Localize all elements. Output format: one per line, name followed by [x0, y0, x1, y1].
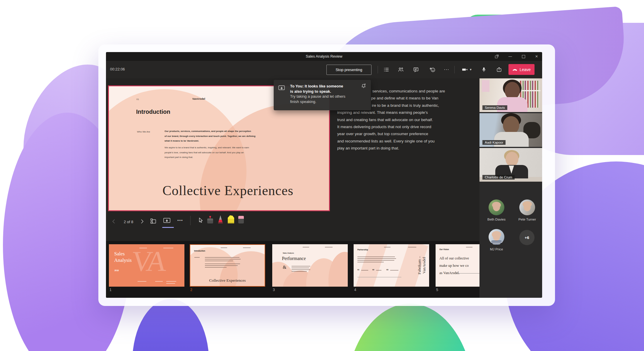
- camera-icon[interactable]: ▼: [459, 64, 475, 75]
- notes-line: year over year growth, but top consumer …: [337, 130, 478, 137]
- background-blob-green-bottom: [345, 304, 474, 351]
- thumbnail-title: Performance: [282, 256, 306, 261]
- pointer-tool-icon[interactable]: [197, 217, 204, 224]
- avatar[interactable]: [489, 229, 504, 245]
- notes-line: trust and creating fans that will advoca…: [337, 116, 478, 123]
- reactions-icon[interactable]: [427, 64, 438, 75]
- toolbar-divider: [454, 66, 455, 73]
- thumbnail-heading: Our Vision: [439, 248, 449, 250]
- laser-pointer-tool-icon[interactable]: [207, 216, 213, 223]
- toast-body: Try taking a pause and let others: [290, 94, 363, 99]
- toast-title: is also trying to speak.: [290, 89, 363, 94]
- avatar[interactable]: [519, 199, 535, 215]
- thumbnail-divider: [357, 277, 401, 277]
- slide-brand: VanArsdel: [192, 97, 205, 100]
- thumbnail-step: 01: [357, 269, 359, 271]
- slide-index-label: 01: [136, 98, 139, 101]
- thumbnail-title: Collective Experiences: [190, 278, 265, 283]
- toolbar-divider: [378, 66, 378, 73]
- slide-thumbnail-1[interactable]: VA Sales Analysis 2018: [109, 244, 184, 287]
- teams-meeting-window: Sales Analysis Review — ✕ 00:22:06 Stop …: [106, 52, 542, 298]
- close-icon[interactable]: ✕: [532, 52, 542, 61]
- hangup-icon: [512, 68, 518, 71]
- slide-side-label: Who We Are: [137, 130, 150, 133]
- slide-heading: Introduction: [136, 109, 170, 115]
- camera-dropdown-icon[interactable]: ▼: [470, 68, 472, 71]
- thumbnail-header: Sales Analysis: [283, 252, 294, 254]
- notes-line: play an important part in doing that.: [337, 145, 478, 152]
- notes-line: and recommended lists as well. Every sin…: [337, 138, 478, 145]
- participant-name: Aadi Kapoor: [482, 140, 506, 145]
- grid-view-icon[interactable]: [150, 218, 157, 225]
- popout-icon[interactable]: [492, 52, 502, 61]
- thumbnail-year: 2018: [114, 269, 119, 271]
- presenter-screen-icon: [278, 85, 286, 92]
- minimize-icon[interactable]: —: [505, 52, 515, 61]
- share-screen-icon[interactable]: [494, 64, 504, 75]
- slide-paragraph: We aspire to be a brand that is authenti…: [165, 145, 287, 160]
- thumbnail-number: 3: [273, 288, 275, 292]
- thumbnail-step: 02: [372, 269, 374, 271]
- thumbnail-number-selected: 2: [190, 288, 192, 292]
- meeting-toolbar: 00:22:06 Stop presenting: [106, 61, 542, 78]
- toast-text: To You: It looks like someone is also tr…: [290, 84, 363, 104]
- overflow-participants-badge[interactable]: +6: [519, 230, 535, 245]
- stop-presenting-button[interactable]: Stop presenting: [326, 65, 371, 75]
- thumbnail-heading: Partnership: [357, 249, 368, 251]
- avatar[interactable]: [489, 199, 504, 215]
- background-blob-indigo-bottom: [132, 299, 209, 351]
- toast-body: finish speaking.: [290, 99, 363, 104]
- leave-label: Leave: [520, 67, 531, 72]
- toast-title: To You: It looks like someone: [290, 84, 363, 89]
- participant-name: Beth Davies: [481, 218, 512, 221]
- previous-slide-button[interactable]: [111, 218, 117, 225]
- speaking-notification-toast: To You: It looks like someone is also tr…: [274, 80, 371, 110]
- participant-video[interactable]: Serena Davis: [479, 78, 542, 112]
- thumbnail-number: 4: [354, 288, 356, 292]
- meeting-timer: 00:22:06: [110, 67, 125, 71]
- nav-divider: [190, 216, 191, 225]
- slide-thumbnail-3[interactable]: Sales Analysis Performance &: [272, 244, 348, 287]
- leave-button[interactable]: Leave: [508, 64, 535, 75]
- slide-thumbnail-4[interactable]: Partnership 01 02 03 Fabrikam – VanArsde…: [354, 244, 429, 287]
- participant-name: Charlotte de Crum: [482, 175, 515, 180]
- thumbnail-number: 1: [109, 288, 112, 292]
- thumbnail-step: 03: [386, 269, 388, 271]
- thumbnail-side-text: Fabrikam – VanArsdel: [403, 247, 429, 284]
- thumbnail-watermark: VA: [130, 245, 167, 278]
- people-icon[interactable]: [395, 64, 406, 75]
- title-bar: Sales Analysis Review — ✕: [106, 52, 542, 61]
- slide-thumbnail-2-selected[interactable]: Introduction Collective Experiences: [190, 244, 265, 287]
- maximize-icon[interactable]: [518, 52, 528, 61]
- participant-video[interactable]: Charlotte de Crum: [479, 148, 542, 182]
- participants-panel: Serena Davis Aadi Kapoor Charlotte de Cr…: [479, 78, 542, 298]
- participant-video[interactable]: Aadi Kapoor: [479, 113, 542, 147]
- participant-name: Serena Davis: [482, 105, 507, 110]
- nav-more-options-icon[interactable]: •••: [177, 218, 183, 223]
- slide-title: Collective Experiences: [162, 183, 315, 198]
- thumbnail-heading: Introduction: [194, 250, 205, 252]
- thumbnail-title: Sales Analysis: [114, 251, 132, 264]
- window-title: Sales Analysis Review: [106, 52, 542, 61]
- eraser-tool-icon[interactable]: [238, 216, 244, 223]
- participant-name: Pete Turner: [511, 218, 542, 221]
- presenter-view-icon[interactable]: [163, 217, 171, 224]
- notes-line: It means delivering products that not on…: [337, 123, 478, 130]
- participant-name: MJ Price: [481, 247, 512, 251]
- slide-paragraph: Our products, services, communications, …: [165, 129, 287, 144]
- slide-position-label: 2 of 8: [119, 220, 138, 224]
- chat-icon[interactable]: [411, 64, 421, 75]
- next-slide-button[interactable]: [139, 218, 145, 225]
- more-options-icon[interactable]: [441, 64, 452, 75]
- thumbnail-title-amp: &: [283, 265, 286, 270]
- thumbnail-number: 5: [436, 288, 438, 292]
- active-tool-indicator: [162, 227, 174, 228]
- agenda-icon[interactable]: [381, 64, 392, 75]
- mic-icon[interactable]: [479, 64, 489, 75]
- thumbnail-underline: [457, 273, 482, 273]
